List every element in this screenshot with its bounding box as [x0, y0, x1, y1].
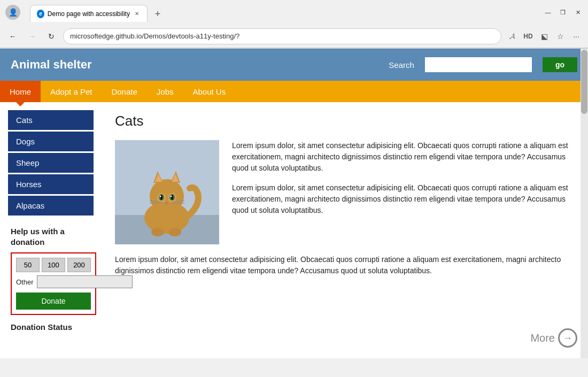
amount-50-button[interactable]: 50: [16, 258, 40, 272]
svg-point-14: [160, 196, 161, 197]
donation-title: Help us with a donation: [11, 226, 96, 247]
donate-button[interactable]: Donate: [16, 293, 91, 310]
amount-buttons: 50 100 200: [16, 258, 91, 272]
article-body: Lorem ipsum dolor, sit amet consectetur …: [115, 140, 572, 244]
go-button[interactable]: go: [543, 57, 577, 72]
tab-bar: Demo page with accessibility issu ✕ +: [25, 3, 539, 22]
donation-box: 50 100 200 Other Donate: [11, 252, 96, 315]
sidebar: Cats Dogs Sheep Horses Alpacas Help us w…: [0, 102, 99, 358]
other-amount-row: Other: [16, 275, 91, 288]
list-item: Horses: [8, 174, 99, 194]
list-item: Alpacas: [8, 196, 99, 216]
article-paragraph-1: Lorem ipsum dolor, sit amet consectetur …: [232, 140, 572, 174]
nav-item-adopt[interactable]: Adopt a Pet: [41, 81, 102, 102]
restore-button[interactable]: ❐: [558, 7, 568, 17]
search-label: Search: [389, 60, 414, 70]
main-article: Cats: [99, 102, 588, 358]
svg-point-13: [171, 195, 173, 200]
favorites-icon[interactable]: ☆: [554, 30, 567, 43]
list-item: Dogs: [8, 132, 99, 151]
new-tab-button[interactable]: +: [150, 6, 166, 22]
sidebar-dogs-button[interactable]: Dogs: [8, 132, 94, 151]
nav-item-jobs[interactable]: Jobs: [147, 81, 183, 102]
settings-icon[interactable]: ···: [570, 30, 583, 43]
close-button[interactable]: ✕: [573, 7, 583, 17]
back-button[interactable]: ←: [5, 29, 20, 44]
sidebar-horses-button[interactable]: Horses: [8, 174, 94, 194]
scrollbar-thumb[interactable]: [581, 102, 587, 114]
address-input[interactable]: [63, 28, 501, 44]
article-text: Lorem ipsum dolor, sit amet consectetur …: [232, 140, 572, 244]
nav-item-home[interactable]: Home: [0, 81, 41, 102]
cat-illustration: [115, 140, 219, 244]
svg-point-21: [151, 228, 164, 236]
svg-point-15: [171, 196, 172, 197]
animal-list: Cats Dogs Sheep Horses Alpacas: [8, 110, 99, 216]
address-bar-icons: 𝓐 HD ⬕ ☆ ···: [506, 30, 583, 43]
minimize-button[interactable]: —: [543, 7, 553, 17]
active-tab[interactable]: Demo page with accessibility issu ✕: [30, 5, 148, 22]
scrollbar[interactable]: [581, 102, 588, 358]
article-title: Cats: [115, 113, 572, 129]
sidebar-alpacas-button[interactable]: Alpacas: [8, 196, 94, 216]
reload-button[interactable]: ↻: [44, 29, 59, 44]
sidebar-sheep-button[interactable]: Sheep: [8, 153, 94, 173]
donation-status-label: Donation Status: [11, 322, 96, 332]
other-label: Other: [16, 278, 34, 286]
profile-icon[interactable]: 👤: [5, 5, 20, 20]
sidebar-cats-button[interactable]: Cats: [8, 110, 94, 130]
donation-section: Help us with a donation 50 100 200 Other…: [8, 226, 99, 332]
article-paragraph-3: Lorem ipsum dolor, sit amet consectetur …: [115, 254, 572, 276]
cat-image: [115, 140, 219, 244]
browser-chrome: 👤 Demo page with accessibility issu ✕ + …: [0, 0, 588, 49]
website: Animal shelter Search go Home Adopt a Pe…: [0, 49, 588, 358]
svg-point-12: [160, 195, 163, 200]
read-aloud-icon[interactable]: 𝓐: [506, 30, 519, 43]
cast-icon[interactable]: ⬕: [538, 30, 551, 43]
tab-favicon: [37, 10, 44, 18]
svg-point-3: [150, 179, 184, 213]
article-paragraph-2: Lorem ipsum dolor, sit amet consectetur …: [232, 182, 572, 216]
immersive-reader-icon[interactable]: HD: [522, 30, 535, 43]
window-controls: — ❐ ✕: [543, 7, 583, 17]
nav-item-donate[interactable]: Donate: [102, 81, 146, 102]
forward-button: →: [25, 29, 40, 44]
nav-item-about[interactable]: About Us: [183, 81, 235, 102]
more-arrow-icon[interactable]: →: [558, 328, 577, 348]
search-input[interactable]: [425, 57, 532, 72]
site-content: Cats Dogs Sheep Horses Alpacas Help us w…: [0, 102, 588, 358]
list-item: Cats: [8, 110, 99, 130]
site-title: Animal shelter: [11, 58, 378, 72]
amount-100-button[interactable]: 100: [42, 258, 65, 272]
tab-title: Demo page with accessibility issu: [48, 10, 130, 18]
tab-close-button[interactable]: ✕: [133, 10, 141, 18]
amount-200-button[interactable]: 200: [67, 258, 91, 272]
list-item: Sheep: [8, 153, 99, 173]
address-bar: ← → ↻ 𝓐 HD ⬕ ☆ ···: [0, 25, 588, 48]
more-link[interactable]: More →: [530, 328, 577, 348]
svg-point-22: [168, 228, 181, 236]
title-bar: 👤 Demo page with accessibility issu ✕ + …: [0, 0, 588, 25]
site-header: Animal shelter Search go: [0, 49, 588, 81]
site-nav: Home Adopt a Pet Donate Jobs About Us: [0, 81, 588, 102]
more-label: More: [530, 332, 555, 344]
